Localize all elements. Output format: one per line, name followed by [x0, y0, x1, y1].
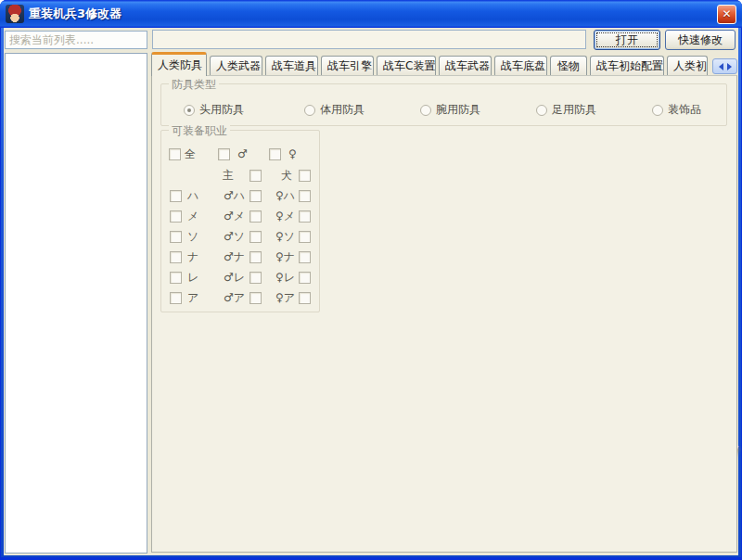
- radio-icon[interactable]: [304, 105, 315, 116]
- label-class-male: ♂レ: [213, 271, 245, 285]
- label-class-female: ♀ア: [265, 291, 295, 305]
- tab-human-initial[interactable]: 人类初: [667, 56, 708, 76]
- tab-tank-weapon[interactable]: 战车武器: [439, 56, 492, 76]
- radio-icon[interactable]: [652, 105, 663, 116]
- tab-tank-item[interactable]: 战车道具: [265, 56, 318, 76]
- window-title: 重装机兵3修改器: [29, 6, 122, 22]
- checkbox-dog[interactable]: [299, 170, 311, 182]
- checkbox-class-base[interactable]: [170, 190, 182, 202]
- checkbox-class-female[interactable]: [299, 210, 311, 223]
- tab-human-weapon[interactable]: 人类武器: [210, 56, 262, 76]
- label-class-male: ♂ア: [213, 291, 245, 305]
- radio-arm-armor[interactable]: 腕用防具: [420, 102, 480, 118]
- tab-tank-chassis[interactable]: 战车底盘: [494, 56, 547, 76]
- label-dog: 犬: [281, 169, 292, 183]
- checkbox-protagonist[interactable]: [249, 170, 262, 182]
- label-class-female: ♀ナ: [265, 250, 295, 264]
- label-class-base: ナ: [187, 250, 198, 264]
- title-bar: 重装机兵3修改器 ✕: [0, 0, 742, 28]
- checkbox-class-female[interactable]: [299, 272, 311, 284]
- checkbox-class-base[interactable]: [170, 210, 182, 223]
- tab-page-human-armor: 防具类型 头用防具 体用防具 腕用防具 足用防具 装饰品: [151, 75, 737, 553]
- tab-scroll-buttons[interactable]: [712, 58, 737, 74]
- close-button[interactable]: ✕: [717, 5, 736, 24]
- quick-modify-button[interactable]: 快速修改: [665, 30, 736, 50]
- checkbox-class-base[interactable]: [170, 251, 182, 263]
- tab-monster[interactable]: 怪物: [550, 56, 587, 76]
- open-button[interactable]: 打开: [594, 30, 660, 50]
- checkbox-class-male[interactable]: [249, 251, 262, 263]
- checkbox-all[interactable]: [169, 148, 181, 160]
- label-class-male: ♂メ: [213, 210, 245, 223]
- checkbox-class-female[interactable]: [299, 251, 311, 263]
- checkbox-class-base[interactable]: [170, 231, 182, 243]
- checkbox-class-base[interactable]: [170, 292, 182, 304]
- label-class-base: メ: [187, 210, 198, 223]
- tab-scroll-left-icon[interactable]: [719, 63, 723, 70]
- tab-tank-engine[interactable]: 战车引擎: [321, 56, 374, 76]
- radio-icon[interactable]: [420, 105, 431, 116]
- radio-head-armor[interactable]: 头用防具: [184, 102, 244, 118]
- equip-class-title: 可装备职业: [169, 123, 230, 139]
- tab-human-armor[interactable]: 人类防具: [151, 52, 207, 76]
- label-class-base: ソ: [187, 230, 198, 244]
- label-female: ♀: [288, 147, 297, 161]
- tab-tank-initial[interactable]: 战车初始配置: [590, 56, 664, 76]
- app-icon: [6, 5, 24, 23]
- checkbox-male[interactable]: [218, 148, 230, 160]
- label-male: ♂: [237, 147, 248, 161]
- checkbox-class-female[interactable]: [299, 292, 311, 304]
- checkbox-class-male[interactable]: [249, 272, 262, 284]
- label-class-base: ハ: [187, 189, 198, 203]
- checkbox-class-male[interactable]: [249, 292, 262, 304]
- item-listbox[interactable]: [5, 53, 147, 554]
- tab-scroll-right-icon[interactable]: [727, 63, 732, 70]
- label-class-male: ♂ソ: [213, 230, 245, 244]
- radio-body-armor[interactable]: 体用防具: [304, 102, 365, 118]
- checkbox-class-male[interactable]: [249, 231, 262, 243]
- label-class-female: ♀メ: [265, 210, 295, 223]
- label-protagonist: 主: [223, 169, 234, 183]
- radio-leg-armor[interactable]: 足用防具: [536, 102, 596, 118]
- equip-class-groupbox: 可装备职业 全 ♂ ♀ 主 犬 ハ ♂ハ ♀ハ メ ♂メ ♀メ: [160, 130, 320, 312]
- checkbox-class-female[interactable]: [299, 190, 311, 202]
- file-path-field[interactable]: [152, 30, 586, 49]
- checkbox-class-base[interactable]: [170, 272, 182, 284]
- search-input[interactable]: [5, 31, 147, 49]
- label-class-female: ♀ソ: [265, 230, 295, 244]
- radio-accessory[interactable]: 装饰品: [652, 102, 701, 118]
- label-class-female: ♀ハ: [265, 189, 295, 203]
- armor-type-groupbox: 防具类型 头用防具 体用防具 腕用防具 足用防具 装饰品: [160, 83, 727, 126]
- checkbox-class-female[interactable]: [299, 231, 311, 243]
- label-class-male: ♂ハ: [213, 189, 245, 203]
- label-all: 全: [185, 147, 196, 161]
- checkbox-class-male[interactable]: [249, 210, 262, 223]
- label-class-base: ア: [187, 291, 198, 305]
- app-window: 重装机兵3修改器 ✕ 打开 快速修改 人类防具 人类武器 战车道具 战车引擎 战…: [0, 0, 742, 560]
- checkbox-class-male[interactable]: [249, 190, 262, 202]
- tab-tank-cunit[interactable]: 战车C装置: [377, 56, 436, 76]
- armor-type-title: 防具类型: [169, 77, 219, 93]
- checkbox-female[interactable]: [269, 148, 281, 160]
- radio-icon[interactable]: [184, 105, 195, 116]
- tab-strip: 人类防具 人类武器 战车道具 战车引擎 战车C装置 战车武器 战车底盘 怪物 战…: [151, 53, 737, 76]
- label-class-male: ♂ナ: [213, 250, 245, 264]
- radio-icon[interactable]: [536, 105, 547, 116]
- label-class-base: レ: [187, 271, 198, 285]
- label-class-female: ♀レ: [265, 271, 295, 285]
